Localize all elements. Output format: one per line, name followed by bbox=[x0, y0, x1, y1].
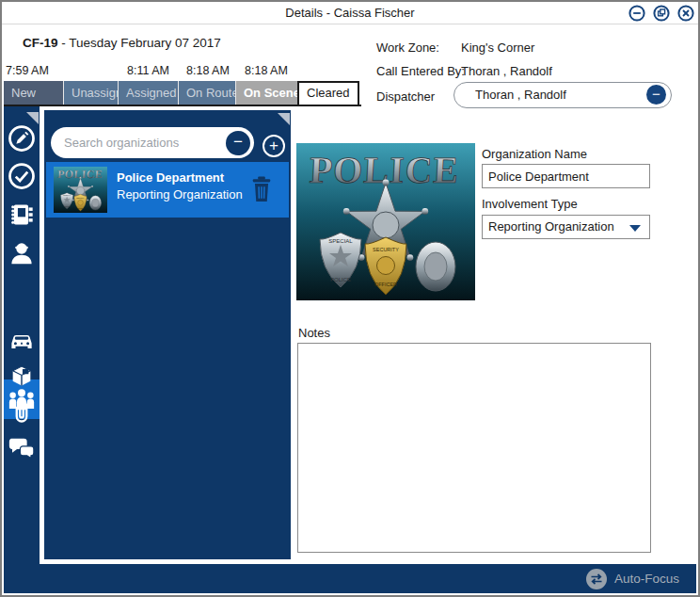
involvement-type-label: Involvement Type bbox=[482, 197, 578, 211]
case-id: CF-19 bbox=[23, 36, 58, 50]
case-date: - Tuesday February 07 2017 bbox=[61, 36, 221, 50]
notebook-icon bbox=[8, 202, 35, 228]
police-badge-thumbnail bbox=[54, 167, 107, 213]
timeline-time: 8:11 AM bbox=[127, 64, 169, 77]
sidebar-item-messages[interactable] bbox=[4, 430, 40, 464]
organization-list-item[interactable]: Police Department Reporting Organization bbox=[46, 162, 289, 218]
organization-name-label: Organization Name bbox=[482, 147, 587, 161]
sidebar-item-edit[interactable] bbox=[4, 121, 40, 155]
work-zone-label: Work Zone: bbox=[376, 40, 439, 55]
status-tabs: New Unassigned Assigned On Route On Scen… bbox=[4, 81, 361, 106]
tab-on-route[interactable]: On Route bbox=[179, 81, 236, 105]
dispatcher-label: Dispatcher bbox=[376, 89, 435, 104]
case-header: CF-19 - Tuesday February 07 2017 bbox=[23, 36, 221, 50]
timeline-time: 8:18 AM bbox=[245, 64, 288, 77]
pencil-icon bbox=[8, 124, 36, 153]
window-title: Details - Caissa Fischer bbox=[2, 6, 698, 20]
sidebar-item-person[interactable] bbox=[4, 236, 40, 270]
car-icon bbox=[8, 325, 36, 353]
work-zone-value: King's Corner bbox=[461, 40, 534, 55]
minimize-button[interactable] bbox=[628, 5, 645, 22]
organization-item-name: Police Department bbox=[117, 170, 224, 185]
sidebar-item-vehicle[interactable] bbox=[4, 322, 40, 356]
tab-cleared[interactable]: Cleared bbox=[297, 81, 359, 106]
delete-organization-icon[interactable] bbox=[249, 174, 274, 204]
details-window: Details - Caissa Fischer CF-19 - Tuesday… bbox=[0, 0, 700, 597]
search-clear-icon[interactable]: − bbox=[226, 131, 250, 155]
call-entered-by-label: Call Entered By: bbox=[376, 64, 465, 78]
sidebar-item-attachments[interactable] bbox=[4, 395, 40, 428]
paperclip-icon bbox=[8, 398, 35, 425]
panel-corner-grip bbox=[278, 113, 290, 125]
timeline-time: 8:18 AM bbox=[186, 64, 230, 77]
dispatcher-remove-icon[interactable]: − bbox=[646, 85, 666, 105]
involvement-type-dropdown[interactable]: Reporting Organization bbox=[482, 215, 650, 239]
call-entered-by-value: Thoran , Randolf bbox=[461, 64, 552, 78]
tab-assigned[interactable]: Assigned bbox=[119, 81, 179, 105]
police-badge-image: POLICE SPECIAL POLICE SECURITY OFFICER bbox=[296, 143, 475, 300]
search-input[interactable] bbox=[64, 133, 205, 152]
person-icon bbox=[8, 239, 36, 267]
title-bar: Details - Caissa Fischer bbox=[2, 2, 698, 24]
check-circle-icon bbox=[8, 162, 36, 190]
close-button[interactable] bbox=[677, 5, 694, 22]
involvement-type-value: Reporting Organization bbox=[488, 219, 614, 234]
add-organization-button[interactable]: + bbox=[262, 135, 285, 157]
tab-new[interactable]: New bbox=[4, 81, 64, 105]
swap-arrows-icon bbox=[585, 568, 608, 590]
footer-bar: Auto-Focus bbox=[4, 564, 696, 593]
notes-label: Notes bbox=[298, 326, 330, 340]
sidebar-nav bbox=[4, 106, 40, 564]
tab-on-scene[interactable]: On Scene bbox=[236, 81, 297, 105]
auto-focus-label: Auto-Focus bbox=[614, 572, 679, 586]
package-box-icon bbox=[8, 363, 35, 389]
auto-focus-button[interactable]: Auto-Focus bbox=[585, 567, 679, 590]
dispatcher-field[interactable]: Thoran , Randolf − bbox=[453, 82, 672, 108]
organization-name-input[interactable] bbox=[482, 164, 650, 188]
timeline-time: 7:59 AM bbox=[6, 64, 49, 77]
restore-button[interactable] bbox=[653, 5, 670, 22]
tab-unassigned[interactable]: Unassigned bbox=[64, 81, 119, 105]
chevron-down-icon bbox=[629, 225, 641, 232]
organization-search: − bbox=[51, 127, 254, 158]
organization-item-involvement: Reporting Organization bbox=[117, 187, 243, 202]
dispatcher-value: Thoran , Randolf bbox=[475, 88, 566, 102]
sidebar-item-property[interactable] bbox=[4, 359, 40, 393]
organizations-panel: − + Police Department Reporting Organiza… bbox=[44, 110, 291, 559]
chat-bubbles-icon bbox=[8, 433, 36, 461]
sidebar-item-notebook[interactable] bbox=[4, 198, 40, 232]
sidebar-item-checklist[interactable] bbox=[4, 159, 40, 193]
notes-textarea[interactable] bbox=[297, 343, 651, 553]
